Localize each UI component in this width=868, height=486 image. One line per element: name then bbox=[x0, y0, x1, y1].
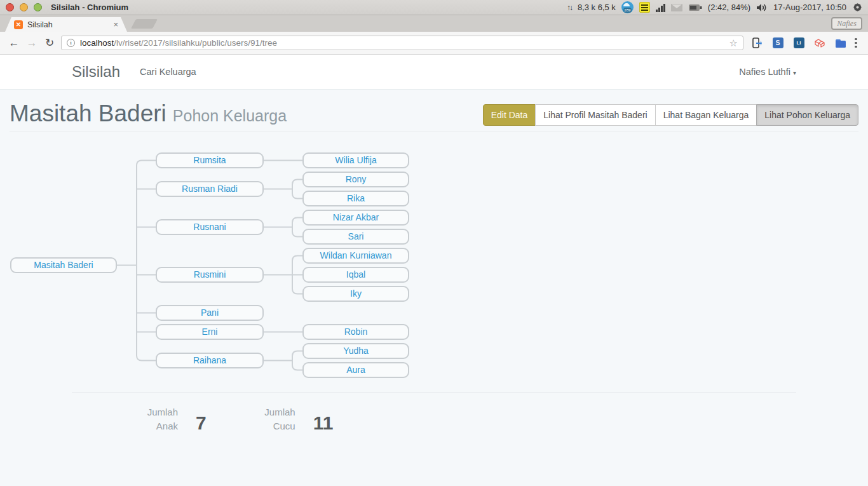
tree-node-grandchild[interactable]: Wildan Kurniawan bbox=[302, 248, 409, 264]
signal-strength-icon[interactable] bbox=[656, 3, 665, 12]
gear-icon[interactable] bbox=[852, 2, 863, 13]
tree-node-grandchild[interactable]: Yudha bbox=[302, 343, 409, 359]
tree-node-child[interactable]: Rumsita bbox=[156, 152, 264, 168]
battery-status: (2:42, 84%) bbox=[708, 3, 750, 12]
xampp-favicon-icon: ✕ bbox=[14, 20, 23, 29]
new-tab-button[interactable] bbox=[131, 19, 158, 29]
extensions: S LI bbox=[751, 37, 846, 49]
browser-toolbar: ← → ↻ i localhost/lv/riset/2017/silsilah… bbox=[0, 32, 868, 55]
stats: JumlahAnak 7 JumlahCucu 11 bbox=[72, 405, 333, 433]
jumlah-anak-label: JumlahAnak bbox=[72, 405, 178, 433]
browser-menu-icon[interactable] bbox=[855, 38, 857, 48]
tree-node-grandchild[interactable]: Nizar Akbar bbox=[302, 210, 409, 226]
reload-button[interactable]: ↻ bbox=[41, 36, 58, 50]
phone-share-extension-icon[interactable] bbox=[751, 37, 763, 49]
back-button[interactable]: ← bbox=[5, 37, 23, 50]
page-subtitle: Pohon Keluarga bbox=[173, 107, 287, 125]
task-list-indicator-icon[interactable] bbox=[639, 2, 650, 13]
url-host: localhost bbox=[80, 38, 114, 48]
action-button-group: Edit Data Lihat Profil Masitah Baderi Li… bbox=[483, 104, 858, 126]
tree-node-child[interactable]: Raihana bbox=[156, 353, 264, 368]
system-panel: Silsilah - Chromium ↑↓ 8,3 k 6,5 k 289 (… bbox=[0, 0, 868, 15]
laravel-extension-icon[interactable] bbox=[814, 37, 825, 49]
tree-node-grandchild[interactable]: Wilia Ulfija bbox=[302, 152, 409, 168]
stats-divider bbox=[72, 392, 796, 393]
indicator-badge: 289 bbox=[623, 8, 632, 13]
nav-link-cari-keluarga[interactable]: Cari Keluarga bbox=[140, 67, 196, 77]
volume-icon[interactable] bbox=[756, 3, 768, 12]
lihat-pohon-button[interactable]: Lihat Pohon Keluarga bbox=[756, 104, 858, 126]
tab-strip: ✕ Silsilah × Nafies bbox=[0, 15, 868, 32]
tree-node-grandchild[interactable]: Aura bbox=[302, 362, 409, 378]
lihat-profil-button[interactable]: Lihat Profil Masitah Baderi bbox=[535, 104, 655, 126]
network-arrows-icon: ↑↓ bbox=[567, 3, 572, 12]
screen: Silsilah - Chromium ↑↓ 8,3 k 6,5 k 289 (… bbox=[0, 0, 868, 486]
stylish-extension-icon[interactable]: S bbox=[773, 37, 783, 48]
tree-node-grandchild[interactable]: Rika bbox=[302, 191, 409, 206]
message-indicator-icon[interactable] bbox=[671, 4, 682, 11]
session-badge: Nafies bbox=[831, 17, 862, 30]
edit-data-button[interactable]: Edit Data bbox=[483, 104, 536, 126]
jumlah-cucu-label: JumlahCucu bbox=[212, 405, 295, 433]
tree-node-grandchild[interactable]: Rony bbox=[302, 172, 409, 187]
window-title: Silsilah - Chromium bbox=[51, 3, 128, 12]
jumlah-anak-value: 7 bbox=[196, 413, 207, 433]
chevron-down-icon: ▾ bbox=[793, 69, 796, 76]
folder-extension-icon[interactable] bbox=[835, 37, 846, 49]
tree-node-grandchild[interactable]: Iky bbox=[302, 286, 409, 302]
downloader-indicator-icon[interactable]: 289 bbox=[621, 1, 634, 13]
tree-node-child[interactable]: Rusnani bbox=[156, 219, 264, 235]
tree-node-child[interactable]: Rusman Riadi bbox=[156, 181, 264, 197]
user-dropdown[interactable]: Nafies Luthfi ▾ bbox=[739, 67, 796, 77]
app-navbar: Silsilah Cari Keluarga Nafies Luthfi ▾ bbox=[0, 55, 868, 90]
minimize-window-icon[interactable] bbox=[20, 3, 28, 11]
network-rate: 8,3 k 6,5 k bbox=[578, 3, 616, 12]
window-controls bbox=[6, 3, 42, 11]
heading-divider bbox=[10, 132, 858, 132]
li-extension-icon[interactable]: LI bbox=[794, 37, 804, 48]
app-brand[interactable]: Silsilah bbox=[72, 63, 120, 81]
tree-node-child[interactable]: Pani bbox=[156, 305, 264, 321]
system-tray: ↑↓ 8,3 k 6,5 k 289 (2:42, 84%) bbox=[567, 1, 868, 13]
tree-node-grandchild[interactable]: Robin bbox=[302, 324, 409, 340]
tab-close-icon[interactable]: × bbox=[113, 20, 118, 29]
bookmark-star-icon[interactable]: ☆ bbox=[729, 37, 738, 49]
browser-tab[interactable]: ✕ Silsilah × bbox=[5, 17, 127, 32]
jumlah-cucu-value: 11 bbox=[313, 413, 334, 433]
lihat-bagan-button[interactable]: Lihat Bagan Keluarga bbox=[655, 104, 757, 126]
tree-node-child[interactable]: Rusmini bbox=[156, 267, 264, 283]
clock[interactable]: 17-Aug-2017, 10:50 bbox=[773, 3, 846, 12]
page-heading: Masitah BaderiPohon Keluarga bbox=[10, 100, 287, 127]
forward-button: → bbox=[23, 37, 41, 50]
address-bar[interactable]: i localhost/lv/riset/2017/silsilahku/pub… bbox=[61, 36, 743, 50]
tree-node-grandchild[interactable]: Sari bbox=[302, 229, 409, 245]
close-window-icon[interactable] bbox=[6, 3, 14, 11]
tree-node-child[interactable]: Erni bbox=[156, 324, 264, 340]
tree-node-grandchild[interactable]: Iqbal bbox=[302, 267, 409, 283]
user-name: Nafies Luthfi bbox=[739, 67, 790, 77]
tree-node-root[interactable]: Masitah Baderi bbox=[10, 257, 117, 273]
url-path: /lv/riset/2017/silsilahku/public/users/9… bbox=[114, 38, 277, 48]
page-title: Masitah Baderi bbox=[10, 100, 166, 126]
maximize-window-icon[interactable] bbox=[34, 3, 42, 11]
site-info-icon[interactable]: i bbox=[67, 39, 75, 47]
battery-icon[interactable] bbox=[688, 4, 702, 11]
tab-title: Silsilah bbox=[27, 20, 53, 29]
